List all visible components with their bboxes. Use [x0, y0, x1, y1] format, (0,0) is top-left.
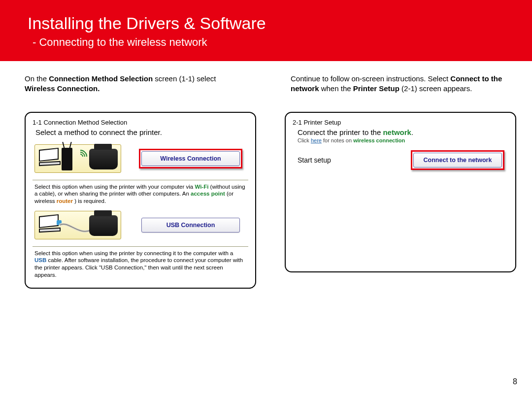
text-highlight: wireless connection — [353, 137, 405, 143]
text-bold: Printer Setup — [353, 84, 399, 93]
separator — [33, 180, 248, 180]
wireless-connection-button[interactable]: Wireless Connection — [141, 151, 240, 166]
text-bold: Wireless Connection. — [25, 84, 100, 93]
connect-to-network-button[interactable]: Connect to the network — [413, 153, 502, 167]
text-highlight: Wi-Fi — [195, 184, 208, 190]
page-number: 8 — [513, 377, 517, 386]
text: when the — [321, 84, 353, 93]
router-icon — [62, 148, 72, 170]
separator — [33, 246, 248, 247]
instruction-row: On the Connection Method Selection scree… — [0, 61, 532, 94]
dialog-printer-setup: 2-1 Printer Setup Connect the printer to… — [285, 112, 516, 272]
text-highlight: USB — [34, 257, 46, 263]
text: for notes on — [322, 137, 353, 143]
text-highlight: network — [383, 128, 411, 136]
illustration-wireless — [34, 144, 121, 173]
text: cable. After software installation, the … — [34, 257, 243, 277]
text: screen (1-1) select — [155, 74, 216, 83]
option-wireless-row: Wireless Connection — [33, 141, 248, 177]
wifi-icon — [73, 147, 90, 164]
laptop-icon — [39, 149, 63, 168]
text: Select this option when using the printe… — [34, 184, 195, 190]
printer-icon — [89, 215, 118, 236]
page-subtitle: - Connecting to the wireless network — [28, 36, 532, 49]
usb-connection-button[interactable]: USB Connection — [141, 218, 240, 233]
text: On the — [25, 74, 49, 83]
illustration-usb — [34, 211, 121, 239]
usb-cable-icon — [59, 223, 93, 238]
instruction-right: Continue to follow on-screen instruction… — [291, 74, 512, 94]
dialog-connection-method: 1-1 Connection Method Selection Select a… — [25, 112, 256, 289]
text-highlight: access point — [191, 191, 225, 197]
printer-icon — [89, 149, 118, 169]
highlight-ring: Wireless Connection — [139, 149, 242, 168]
header-bar: Installing the Drivers & Software - Conn… — [0, 0, 532, 61]
text: Select this option when using the printe… — [34, 250, 233, 256]
text-bold: Connection Method Selection — [49, 74, 153, 83]
page-title: Installing the Drivers & Software — [28, 14, 532, 33]
text: Connect the printer to the — [298, 128, 383, 136]
instruction-left: On the Connection Method Selection scree… — [25, 74, 246, 94]
panels-row: 1-1 Connection Method Selection Select a… — [0, 112, 532, 289]
option-usb-row: USB Connection — [33, 208, 248, 243]
text: Click — [298, 137, 311, 143]
dialog-note: Click here for notes on wireless connect… — [298, 137, 508, 143]
start-setup-label: Start setup — [298, 156, 331, 164]
dialog-caption: 1-1 Connection Method Selection — [33, 119, 248, 126]
dialog-heading: Connect the printer to the network. — [298, 128, 508, 136]
text: ) is required. — [74, 198, 106, 204]
option-wireless-description: Select this option when using the printe… — [33, 182, 248, 205]
text-highlight: router — [57, 198, 73, 204]
here-link[interactable]: here — [311, 137, 322, 143]
text: (2-1) screen appears. — [401, 84, 472, 93]
highlight-ring: Connect to the network — [411, 150, 504, 170]
text: Continue to follow on-screen instruction… — [291, 74, 450, 83]
dialog-caption: 2-1 Printer Setup — [293, 119, 508, 126]
start-setup-row: Start setup Connect to the network — [293, 150, 508, 170]
dialog-heading: Select a method to connect the printer. — [35, 128, 248, 136]
option-usb-description: Select this option when using the printe… — [33, 249, 248, 279]
